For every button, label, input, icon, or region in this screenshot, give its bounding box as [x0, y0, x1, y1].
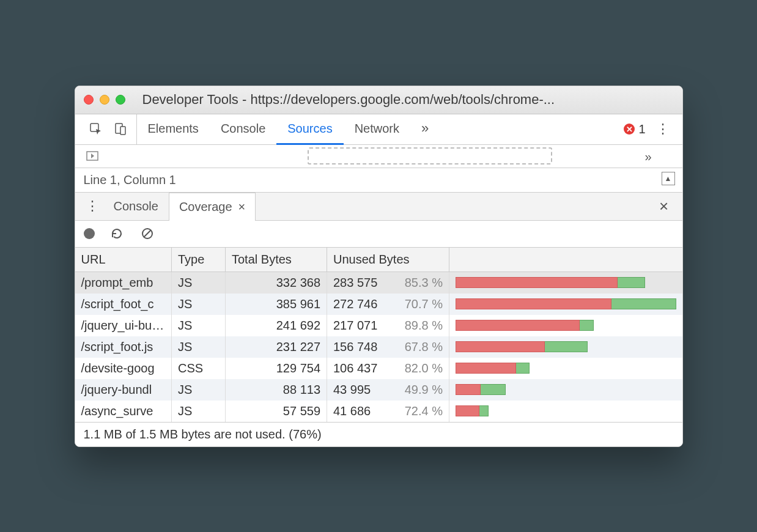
devtools-window: Developer Tools - https://developers.goo…: [75, 86, 683, 447]
traffic-lights: [84, 95, 125, 105]
table-row[interactable]: /script_foot.jsJS231 227156 74867.8 %: [75, 336, 682, 358]
sources-file-tab-bar: »: [75, 145, 682, 168]
table-row[interactable]: /script_foot_cJS385 961272 74670.7 %: [75, 294, 682, 315]
cell-unused-bytes: 106 43782.0 %: [327, 358, 449, 379]
table-row[interactable]: /async_surveJS57 55941 68672.4 %: [75, 401, 682, 422]
tab-elements[interactable]: Elements: [137, 114, 210, 145]
window-maximize-button[interactable]: [116, 95, 125, 105]
drawer-tab-console[interactable]: Console: [103, 193, 169, 220]
window-minimize-button[interactable]: [100, 95, 109, 105]
settings-menu-icon[interactable]: ⋮: [654, 120, 671, 138]
header-url[interactable]: URL: [75, 248, 172, 272]
table-row[interactable]: /devsite-googCSS129 754106 43782.0 %: [75, 358, 682, 379]
svg-rect-2: [120, 127, 125, 135]
cell-total-bytes: 385 961: [226, 294, 327, 315]
cell-unused-bytes: 217 07189.8 %: [327, 315, 449, 336]
cell-usage-bar: [449, 315, 682, 336]
cell-url: /jquery-bundl: [75, 379, 172, 401]
header-unused-bytes[interactable]: Unused Bytes: [327, 248, 449, 272]
cell-type: JS: [172, 379, 226, 401]
header-total-bytes[interactable]: Total Bytes: [226, 248, 327, 272]
cell-usage-bar: [449, 401, 682, 422]
coverage-table: URL Type Total Bytes Unused Bytes /promp…: [75, 248, 682, 422]
window-close-button[interactable]: [84, 95, 94, 105]
tab-console[interactable]: Console: [210, 114, 276, 145]
cell-usage-bar: [449, 336, 682, 358]
svg-line-5: [144, 230, 151, 237]
cell-unused-bytes: 156 74867.8 %: [327, 336, 449, 358]
cell-total-bytes: 129 754: [226, 358, 327, 379]
drawer-tab-coverage-label: Coverage: [179, 200, 232, 214]
cell-type: JS: [172, 294, 226, 315]
cell-usage-bar: [449, 272, 682, 294]
inspect-element-icon[interactable]: [87, 120, 105, 138]
coverage-statusbar: 1.1 MB of 1.5 MB bytes are not used. (76…: [75, 422, 682, 446]
cell-url: /jquery_ui-bu…: [75, 315, 172, 336]
tabbar-left-tools: [80, 114, 137, 144]
cell-url: /devsite-goog: [75, 358, 172, 379]
cell-usage-bar: [449, 294, 682, 315]
table-header-row: URL Type Total Bytes Unused Bytes: [75, 248, 682, 272]
file-tabs-overflow[interactable]: »: [644, 150, 651, 164]
drawer-tab-coverage[interactable]: Coverage ×: [169, 193, 256, 221]
device-toolbar-icon[interactable]: [112, 120, 129, 138]
editor-status-bar: Line 1, Column 1 ▲: [75, 168, 682, 193]
window-title: Developer Tools - https://developers.goo…: [131, 92, 674, 108]
cell-type: JS: [172, 401, 226, 422]
cell-unused-bytes: 41 68672.4 %: [327, 401, 449, 422]
close-tab-icon[interactable]: ×: [238, 200, 246, 214]
tabbar-right: ✕ 1 ⋮: [624, 114, 677, 144]
truncated-editor-tab: [308, 147, 552, 164]
reload-icon[interactable]: [108, 225, 125, 242]
titlebar: Developer Tools - https://developers.goo…: [75, 86, 682, 114]
cell-total-bytes: 88 113: [226, 379, 327, 401]
cell-usage-bar: [449, 379, 682, 401]
error-count-badge[interactable]: ✕ 1: [624, 122, 645, 136]
cursor-position: Line 1, Column 1: [84, 173, 176, 187]
cell-total-bytes: 241 692: [226, 315, 327, 336]
drawer-menu-icon[interactable]: ⋮: [81, 193, 103, 220]
main-tabs: Elements Console Sources Network »: [137, 114, 440, 144]
clear-icon[interactable]: [139, 225, 156, 242]
cell-type: JS: [172, 315, 226, 336]
cell-unused-bytes: 43 99549.9 %: [327, 379, 449, 401]
cell-url: /script_foot_c: [75, 294, 172, 315]
header-type[interactable]: Type: [172, 248, 226, 272]
coverage-toolbar: [75, 221, 682, 248]
cell-total-bytes: 57 559: [226, 401, 327, 422]
main-tabbar: Elements Console Sources Network » ✕ 1 ⋮: [75, 114, 682, 145]
cell-unused-bytes: 283 57585.3 %: [327, 272, 449, 294]
cell-total-bytes: 231 227: [226, 336, 327, 358]
navigator-toggle-icon[interactable]: [84, 147, 101, 164]
cell-type: JS: [172, 272, 226, 294]
collapse-drawer-button[interactable]: ▲: [662, 172, 675, 185]
table-row[interactable]: /jquery-bundlJS88 11343 99549.9 %: [75, 379, 682, 401]
cell-url: /script_foot.js: [75, 336, 172, 358]
cell-usage-bar: [449, 358, 682, 379]
coverage-summary: 1.1 MB of 1.5 MB bytes are not used. (76…: [84, 427, 322, 441]
cell-total-bytes: 332 368: [226, 272, 327, 294]
drawer-close-button[interactable]: ×: [652, 193, 676, 220]
cell-url: /prompt_emb: [75, 272, 172, 294]
tab-network[interactable]: Network: [344, 114, 410, 145]
tab-sources[interactable]: Sources: [276, 114, 343, 145]
cell-url: /async_surve: [75, 401, 172, 422]
tabs-overflow-button[interactable]: »: [410, 114, 440, 145]
error-icon: ✕: [624, 124, 635, 135]
cell-type: CSS: [172, 358, 226, 379]
drawer-tabbar: ⋮ Console Coverage × ×: [75, 193, 682, 221]
table-row[interactable]: /prompt_embJS332 368283 57585.3 %: [75, 272, 682, 294]
error-count: 1: [638, 122, 645, 136]
cell-type: JS: [172, 336, 226, 358]
header-usage-bar[interactable]: [449, 248, 682, 272]
record-button[interactable]: [84, 228, 95, 239]
table-row[interactable]: /jquery_ui-bu…JS241 692217 07189.8 %: [75, 315, 682, 336]
cell-unused-bytes: 272 74670.7 %: [327, 294, 449, 315]
